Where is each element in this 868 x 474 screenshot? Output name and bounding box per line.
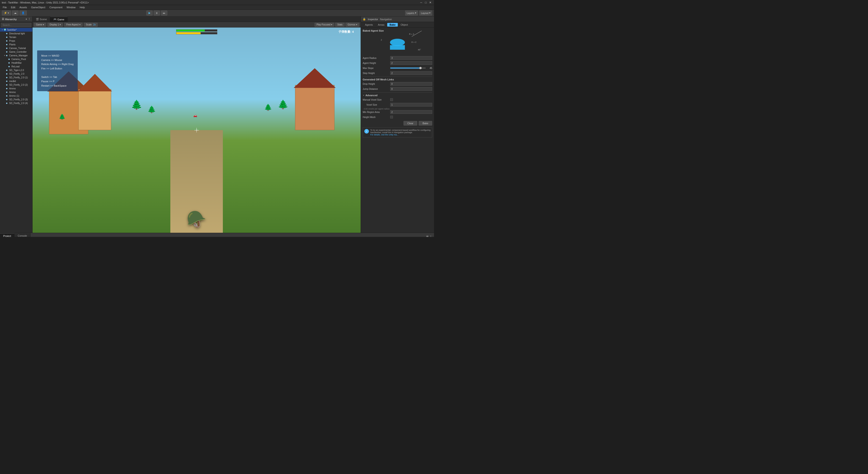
close-btn[interactable]: ✕ bbox=[429, 1, 432, 4]
clear-btn[interactable]: Clear bbox=[404, 121, 417, 126]
hierarchy-item[interactable]: ◆medkit bbox=[0, 79, 32, 83]
game-display-dropdown[interactable]: Game ▾ bbox=[34, 23, 46, 27]
drop-height-value[interactable]: 0 bbox=[390, 82, 432, 86]
bake-btn[interactable]: Bake bbox=[418, 121, 432, 126]
advanced-label: Advanced bbox=[366, 94, 378, 97]
scale-control[interactable]: Scale 2x bbox=[84, 23, 98, 27]
menu-window[interactable]: Window bbox=[65, 5, 77, 9]
nav-tab-object[interactable]: Object bbox=[398, 23, 410, 27]
cloud-icon: ☁ bbox=[14, 11, 17, 14]
add-btn[interactable]: + bbox=[26, 18, 27, 21]
drop-height-label: Drop Height bbox=[363, 83, 390, 85]
hierarchy-item[interactable]: ◆ReLoad bbox=[0, 65, 32, 68]
bottom-action-2[interactable]: ⋮ bbox=[429, 235, 432, 237]
nav-tab-areas[interactable]: Areas bbox=[375, 23, 387, 27]
hierarchy-item[interactable]: ◆Props bbox=[0, 39, 32, 43]
display-number-dropdown[interactable]: Display 1 ▾ bbox=[48, 23, 63, 27]
hierarchy-item[interactable]: ◆SD_Firefly_2.0 (4) bbox=[0, 101, 32, 105]
aspect-dropdown[interactable]: Free Aspect ▾ bbox=[64, 23, 82, 27]
maximize-btn[interactable]: □ bbox=[424, 1, 428, 4]
hierarchy-item[interactable]: ▼◆Camera_Manager bbox=[0, 54, 32, 57]
bottom-action-1[interactable]: ⊞ bbox=[426, 235, 429, 237]
hierarchy-item[interactable]: ◆HealthBar bbox=[0, 61, 32, 65]
hierarchy-item[interactable]: ◆Ammo bbox=[0, 90, 32, 94]
manual-voxel-size-label: Manual Voxel Size bbox=[363, 99, 390, 101]
menu-file[interactable]: File bbox=[1, 5, 9, 9]
play-controls: ▶ ⏸ ⏭ bbox=[146, 10, 167, 15]
ammo-count: 子弹数量: 4 bbox=[338, 30, 354, 34]
game-toolbar-right: Play Focused ▾ Stats Gizmos ▾ bbox=[315, 23, 359, 27]
height-mesh-checkbox[interactable] bbox=[390, 116, 393, 118]
tab-scene[interactable]: 🎬 Scene bbox=[33, 17, 50, 22]
hierarchy-item[interactable]: ◆SD_Firefly_2.0 (2) bbox=[0, 83, 32, 87]
hierarchy-item[interactable]: ◆SD_Firefly_2.0 bbox=[0, 72, 32, 76]
more-btn[interactable]: ⋮ bbox=[28, 18, 30, 21]
voxel-hint: 3.00 voxels per agent radius bbox=[363, 108, 432, 110]
layers-dropdown[interactable]: Layers ▾ bbox=[405, 10, 418, 15]
step-height-value[interactable]: 2 bbox=[390, 71, 432, 75]
health-fill bbox=[176, 30, 205, 31]
game-canvas[interactable]: 🌲 🌲 🌲 🌲 🌲 🪖 🚗 bbox=[33, 28, 361, 233]
nav-tab-agents[interactable]: Agents bbox=[363, 23, 375, 27]
tab-console[interactable]: Console bbox=[14, 233, 30, 237]
agent-height-value[interactable]: 2 bbox=[390, 61, 432, 65]
menu-component[interactable]: Component bbox=[48, 5, 64, 9]
toolbar: ⚡ ▾ ☁ 👤 ▶ ⏸ ⏭ Layers ▾ Layout ▾ bbox=[0, 10, 434, 16]
instruction-line: Pause >> P bbox=[41, 79, 73, 83]
max-slope-slider[interactable]: 45 bbox=[390, 67, 432, 69]
instruction-box: Move >> WASDCamera >> MouseReticle Aimin… bbox=[37, 50, 78, 91]
height-mesh-row: Height Mesh bbox=[363, 115, 432, 119]
game-icon: 🎮 bbox=[54, 18, 57, 21]
collab-btn[interactable]: ⚡ ▾ bbox=[2, 10, 11, 15]
advanced-arrow: ▼ bbox=[363, 94, 365, 96]
advanced-section-header[interactable]: ▼ Advanced bbox=[363, 94, 432, 97]
voxel-size-value[interactable]: 1 bbox=[390, 103, 432, 106]
hierarchy-item[interactable]: ◆Canvas_Tutorial bbox=[0, 46, 32, 50]
menu-help[interactable]: Help bbox=[78, 5, 87, 9]
menu-assets[interactable]: Assets bbox=[18, 5, 29, 9]
height-mesh-label: Height Mesh bbox=[363, 116, 390, 118]
min-region-area-value[interactable]: 2 bbox=[390, 110, 432, 114]
hierarchy-item[interactable]: ▼🌍TankWar* bbox=[0, 28, 32, 32]
view-tabs: 🎬 Scene 🎮 Game bbox=[33, 16, 361, 22]
help-box: i To try an experimental, component-base… bbox=[363, 127, 432, 137]
layout-dropdown[interactable]: Layout ▾ bbox=[419, 10, 432, 15]
step-height-label: Step Height bbox=[363, 72, 390, 74]
lock-icon: 🔒 bbox=[363, 18, 366, 21]
account-btn[interactable]: 👤 bbox=[20, 10, 27, 15]
stats-btn[interactable]: Stats bbox=[335, 23, 345, 27]
gizmos-btn[interactable]: Gizmos ▾ bbox=[345, 23, 359, 27]
inspector-label: Inspector bbox=[368, 18, 378, 21]
nav-tab-bake[interactable]: Bake bbox=[387, 23, 398, 27]
minimize-btn[interactable]: ─ bbox=[419, 1, 423, 4]
cloud-btn[interactable]: ☁ bbox=[12, 10, 19, 15]
menu-gameobject[interactable]: GameObject bbox=[29, 5, 47, 9]
hierarchy-item[interactable]: ◆Ammo bbox=[0, 87, 32, 90]
play-btn[interactable]: ▶ bbox=[146, 10, 153, 15]
hierarchy-item[interactable]: ◆Directional light bbox=[0, 32, 32, 35]
play-focused-dropdown[interactable]: Play Focused ▾ bbox=[315, 23, 335, 27]
manual-voxel-size-checkbox[interactable] bbox=[390, 98, 393, 101]
hierarchy-item[interactable]: ◆SD_Firefly_2.0 (1) bbox=[0, 76, 32, 79]
menu-edit[interactable]: Edit bbox=[9, 5, 17, 9]
tab-game[interactable]: 🎮 Game bbox=[50, 17, 68, 22]
max-slope-label: Max Slope bbox=[363, 67, 390, 69]
hierarchy-item[interactable]: ◆Ammo (1) bbox=[0, 94, 32, 98]
help-icon: i bbox=[364, 129, 369, 134]
pause-btn[interactable]: ⏸ bbox=[154, 10, 160, 15]
layout-chevron: ▾ bbox=[429, 11, 431, 14]
hierarchy-header: ☰ Hierarchy + ⋮ bbox=[0, 16, 32, 22]
help-link[interactable]: For details, visit the Unity ma... bbox=[370, 134, 399, 136]
hierarchy-item[interactable]: ◆Terrain bbox=[0, 35, 32, 39]
jump-distance-value[interactable]: 0 bbox=[390, 87, 432, 91]
hierarchy-item[interactable]: ◆Plants bbox=[0, 43, 32, 46]
hierarchy-item[interactable]: ◆Game_Controller bbox=[0, 50, 32, 54]
center-panel: 🎬 Scene 🎮 Game Game ▾ Display 1 ▾ Free A… bbox=[33, 16, 361, 233]
agent-radius-value[interactable]: 3 bbox=[390, 56, 432, 60]
hierarchy-item[interactable]: ◆Camera_Pivot bbox=[0, 57, 32, 61]
tab-project[interactable]: Project bbox=[0, 233, 14, 237]
hierarchy-item[interactable]: ◆SD_Tiger-L2.0 bbox=[0, 68, 32, 72]
hierarchy-item[interactable]: ◆SD_Firefly_2.0 (3) bbox=[0, 98, 32, 101]
hierarchy-search[interactable] bbox=[1, 23, 31, 27]
step-btn[interactable]: ⏭ bbox=[161, 10, 167, 15]
